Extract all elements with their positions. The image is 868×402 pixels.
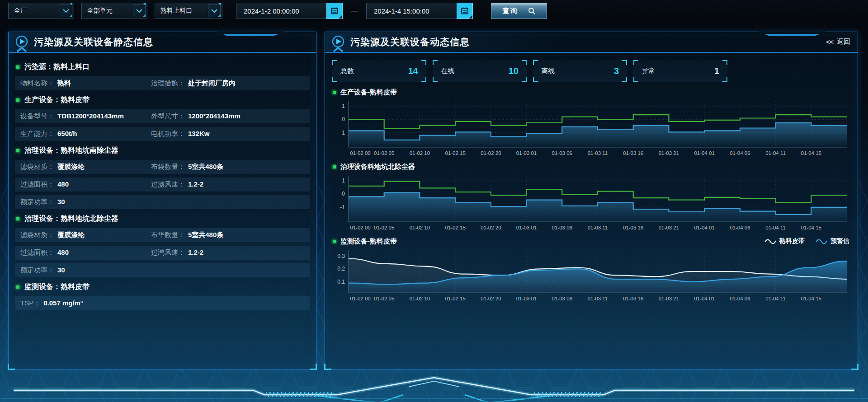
y-tick-label: 1 xyxy=(342,178,345,184)
x-tick-label: 01-02 05 xyxy=(374,150,394,156)
x-tick-label: 01-02 20 xyxy=(481,150,501,156)
corner-bracket xyxy=(421,60,426,65)
dynamic-info-panel: 污染源及关联设备动态信息 << 返回 总数14在线10离线3异常1 生产设备-熟… xyxy=(325,32,858,369)
x-tick-label: 01-04 06 xyxy=(730,150,750,156)
x-tick-label: 01-03 11 xyxy=(588,296,608,301)
stat-value: 3 xyxy=(614,66,619,76)
y-tick-label: 1 xyxy=(342,103,345,109)
x-tick-label: 01-02 00 xyxy=(350,296,370,301)
x-tick-label: 01-02 15 xyxy=(445,296,465,301)
kv-cell: 电机功率：132Kw xyxy=(151,130,210,138)
kv-label: 布华数量： xyxy=(151,231,185,239)
kv-value: 480 xyxy=(57,180,69,188)
calendar-icon[interactable] xyxy=(457,3,473,19)
kv-cell: 过滤面积：480 xyxy=(20,180,151,189)
footer-decoration xyxy=(0,369,868,402)
hatch-stripes xyxy=(534,392,602,397)
kv-cell: 额定功率：30 xyxy=(20,198,151,206)
table-row: 生产能力：650t/h电机功率：132Kw xyxy=(15,127,310,141)
y-tick-label: -1 xyxy=(340,204,345,210)
corner-bracket xyxy=(433,77,438,82)
stat-value: 1 xyxy=(714,66,719,76)
x-tick-label: 01-03 01 xyxy=(516,150,537,156)
kv-cell: 滤袋材质：覆膜涤纶 xyxy=(20,163,151,171)
x-tick-label: 01-03 16 xyxy=(623,150,643,156)
stat-value: 10 xyxy=(509,66,519,76)
x-tick-label: 01-04 11 xyxy=(765,225,786,230)
charts-container: 生产设备-熟料皮带10-101-02 0001-02 0501-02 1001-… xyxy=(332,86,850,304)
date-to-value: 2024-1-4 15:00:00 xyxy=(367,7,457,15)
date-from-input[interactable]: 2024-1-2 00:00:00 xyxy=(236,3,343,19)
kv-value: 1.2-2 xyxy=(188,248,203,256)
page-title: 污染源及关联设备静态信息 xyxy=(34,36,153,48)
corner-bracket xyxy=(533,60,538,65)
kv-value: 132Kw xyxy=(188,130,210,137)
kv-value: 5室共480条 xyxy=(188,231,223,239)
kv-value: 处于封闭厂房内 xyxy=(188,79,236,88)
x-tick-label: 01-04 06 xyxy=(730,225,750,230)
page-title: 污染源及关联设备动态信息 xyxy=(350,36,470,48)
legend-item: 熟料皮带 xyxy=(764,237,805,245)
corner-bracket xyxy=(332,77,337,82)
corner-bracket xyxy=(522,60,527,65)
hatch-stripes xyxy=(266,392,334,397)
calendar-icon[interactable] xyxy=(326,3,343,19)
section-heading-text: 治理设备：熟料地坑北除尘器 xyxy=(24,214,118,224)
corner-bracket xyxy=(722,60,727,65)
y-tick-label: 0 xyxy=(342,116,345,122)
chart-head: 监测设备-熟料皮带熟料皮带预警信 xyxy=(332,235,850,247)
panel-corner xyxy=(310,364,317,370)
kv-value: 30 xyxy=(57,266,65,274)
stat-label: 异常 xyxy=(642,67,655,75)
kv-value: 0.057 mg/m³ xyxy=(43,299,83,307)
kv-cell: 过鸿风速：1.2-2 xyxy=(151,248,203,257)
kv-value: 650t/h xyxy=(57,130,77,137)
x-tick-label: 01-03 21 xyxy=(659,225,679,230)
stat-box-1: 在线10 xyxy=(433,60,527,82)
static-info-list: 污染源：熟料上料口物料名称：熟料治理措施：处于封闭厂房内生产设备：熟料皮带设备型… xyxy=(9,53,316,310)
chart-head: 治理设备料地坑北除尘器 xyxy=(332,161,850,173)
section-heading: 治理设备：熟料地坑北除尘器 xyxy=(16,214,310,224)
plant-select-value: 全厂 xyxy=(14,7,27,15)
unit-select[interactable]: 全部单元 xyxy=(81,3,147,19)
date-to-input[interactable]: 2024-1-4 15:00:00 xyxy=(366,3,473,19)
kv-value: 1.2-2 xyxy=(188,180,203,188)
x-tick-label: 01-02 15 xyxy=(445,150,465,156)
x-tick-label: 01-02 05 xyxy=(374,296,394,301)
point-select[interactable]: 熟料上料口 xyxy=(155,3,222,19)
x-tick-label: 01-02 10 xyxy=(410,150,430,156)
y-tick-label: -1 xyxy=(340,130,345,136)
query-button[interactable]: 查询 xyxy=(491,3,547,19)
chevron-down-icon xyxy=(133,5,146,17)
wave-icon xyxy=(816,238,827,244)
kv-cell: 治理措施：处于封闭厂房内 xyxy=(151,79,236,88)
x-tick-label: 01-03 11 xyxy=(588,225,608,230)
kv-cell: 滤袋材质：覆膜涤纶 xyxy=(20,231,151,239)
kv-label: 滤袋材质： xyxy=(20,163,54,171)
green-square-icon xyxy=(16,65,20,69)
chart-plot-2: 0.30.20.101-02 0001-02 0501-02 1001-02 1… xyxy=(332,247,850,304)
top-filter-bar: 全厂 全部单元 熟料上料口 2024-1-2 00:00:00 — 2024-1… xyxy=(0,0,868,22)
kv-label: 过滤面积： xyxy=(20,180,54,189)
back-button[interactable]: << 返回 xyxy=(826,37,850,46)
legend-label: 熟料皮带 xyxy=(779,237,805,245)
x-tick-label: 01-03 06 xyxy=(552,150,572,156)
static-info-panel: 污染源及关联设备静态信息 污染源：熟料上料口物料名称：熟料治理措施：处于封闭厂房… xyxy=(8,32,316,369)
x-tick-label: 01-03 16 xyxy=(623,225,643,230)
dynamic-panel-header: 污染源及关联设备动态信息 << 返回 xyxy=(325,32,858,53)
kv-value: 熟料 xyxy=(57,79,71,88)
chart-head: 生产设备-熟料皮带 xyxy=(332,86,850,98)
stat-label: 离线 xyxy=(541,67,555,75)
kv-cell: 布华数量：5室共480条 xyxy=(151,231,223,239)
back-button-label: 返回 xyxy=(837,37,850,46)
table-row: 滤袋材质：覆膜涤纶布袋数量：5室共480条 xyxy=(15,160,310,174)
search-icon xyxy=(528,7,536,15)
panel-corner xyxy=(851,364,859,370)
kv-cell: TSP：0.057 mg/m³ xyxy=(20,299,151,308)
chevron-down-icon xyxy=(60,5,72,17)
legend-item: 预警信 xyxy=(816,237,849,245)
table-row: 滤袋材质：覆膜涤纶布华数量：5室共480条 xyxy=(15,228,310,242)
plant-select[interactable]: 全厂 xyxy=(8,3,74,19)
table-row: 过滤面积：480过滤风速：1.2-2 xyxy=(15,178,310,192)
green-square-icon xyxy=(332,90,336,94)
